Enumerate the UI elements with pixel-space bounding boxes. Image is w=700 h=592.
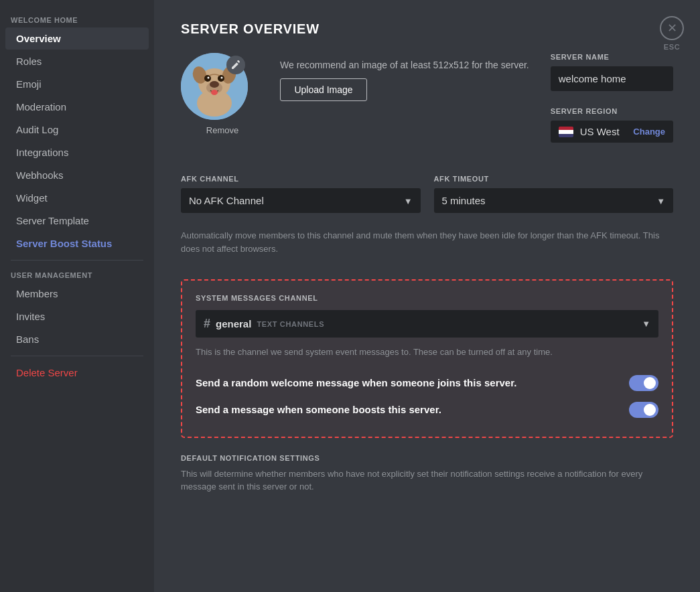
svg-point-6 [210,81,219,88]
sidebar-section-user-management: USER MANAGEMENT [0,266,154,282]
sidebar-item-bans[interactable]: Bans [5,328,149,350]
system-messages-box: SYSTEM MESSAGES CHANNEL # general TEXT C… [181,279,673,438]
sidebar-item-emoji[interactable]: Emoji [5,73,149,95]
icon-recommend-text: We recommend an image of at least 512x51… [280,60,529,70]
us-flag-icon [559,127,573,137]
welcome-message-label: Send a random welcome message when someo… [196,377,618,388]
sidebar-item-server-boost-status[interactable]: Server Boost Status [5,232,149,254]
toggle-slider-1 [629,375,658,391]
toggle-slider-2 [629,402,658,418]
afk-section: AFK CHANNEL No AFK Channel ▼ AFK TIMEOUT… [181,175,673,255]
server-name-input[interactable] [551,66,673,91]
afk-channel-select[interactable]: No AFK Channel [181,188,421,213]
sidebar-item-delete-server[interactable]: Delete Server [5,362,149,384]
sidebar-item-overview[interactable]: Overview [5,27,149,50]
server-region-section: SERVER REGION US West Change [551,107,673,143]
sidebar: WELCOME HOME Overview Roles Emoji Modera… [0,0,154,592]
server-name-section: SERVER NAME [551,53,673,91]
default-notif-section: DEFAULT NOTIFICATION SETTINGS This will … [181,454,673,494]
upload-image-button[interactable]: Upload Image [280,78,367,101]
welcome-message-toggle[interactable] [629,375,658,391]
esc-label: ESC [664,43,680,51]
region-select[interactable]: US West Change [551,121,673,143]
afk-two-col: AFK CHANNEL No AFK Channel ▼ AFK TIMEOUT… [181,175,673,213]
server-info-form: SERVER NAME SERVER REGION US West Change [551,53,673,159]
channel-name: general [216,318,251,329]
sidebar-item-members[interactable]: Members [5,283,149,305]
esc-button[interactable]: ✕ ESC [660,16,684,51]
system-messages-label: SYSTEM MESSAGES CHANNEL [196,294,658,302]
region-value: US West [580,126,627,137]
afk-channel-select-wrap: No AFK Channel ▼ [181,188,421,213]
sidebar-item-audit-log[interactable]: Audit Log [5,119,149,141]
afk-channel-label: AFK CHANNEL [181,175,421,183]
sidebar-divider-2 [11,356,143,356]
close-icon[interactable]: ✕ [660,16,684,40]
server-name-label: SERVER NAME [551,53,673,61]
boost-message-label: Send a message when someone boosts this … [196,404,618,415]
sidebar-item-moderation[interactable]: Moderation [5,96,149,118]
sidebar-item-widget[interactable]: Widget [5,187,149,209]
main-content: ✕ ESC SERVER OVERVIEW [154,0,700,592]
default-notif-label: DEFAULT NOTIFICATION SETTINGS [181,454,673,462]
svg-point-10 [221,77,223,79]
boost-message-toggle[interactable] [629,402,658,418]
afk-timeout-select-wrap: 5 minutes ▼ [434,188,674,213]
welcome-message-toggle-row: Send a random welcome message when someo… [196,370,658,396]
icon-edit-button[interactable] [226,56,245,74]
afk-timeout-label: AFK TIMEOUT [434,175,674,183]
boost-message-toggle-row: Send a message when someone boosts this … [196,396,658,423]
hash-icon: # [204,317,210,331]
region-change-button[interactable]: Change [633,127,665,137]
remove-label[interactable]: Remove [206,125,238,135]
sidebar-section-welcome-home: WELCOME HOME [0,11,154,27]
sidebar-item-webhooks[interactable]: Webhooks [5,164,149,186]
server-region-label: SERVER REGION [551,107,673,115]
server-icon-wrap [181,53,248,120]
afk-timeout-select[interactable]: 5 minutes [434,188,674,213]
sidebar-item-roles[interactable]: Roles [5,50,149,72]
system-channel-select[interactable]: # general TEXT CHANNELS ▼ [196,310,658,338]
sidebar-item-integrations[interactable]: Integrations [5,141,149,163]
sidebar-item-invites[interactable]: Invites [5,305,149,327]
afk-channel-field: AFK CHANNEL No AFK Channel ▼ [181,175,421,213]
sidebar-item-server-template[interactable]: Server Template [5,210,149,232]
default-notif-note: This will determine whether members who … [181,467,673,494]
afk-note: Automatically move members to this chann… [181,229,673,255]
chevron-down-icon-3: ▼ [642,319,650,329]
sidebar-divider [11,260,143,261]
icon-section: Remove We recommend an image of at least… [181,53,673,159]
channel-note: This is the channel we send system event… [196,346,658,359]
page-title: SERVER OVERVIEW [181,21,673,37]
svg-point-9 [208,77,210,79]
afk-timeout-field: AFK TIMEOUT 5 minutes ▼ [434,175,674,213]
icon-meta: We recommend an image of at least 512x51… [280,60,529,101]
channel-type-badge: TEXT CHANNELS [257,320,324,328]
svg-point-11 [211,90,218,95]
